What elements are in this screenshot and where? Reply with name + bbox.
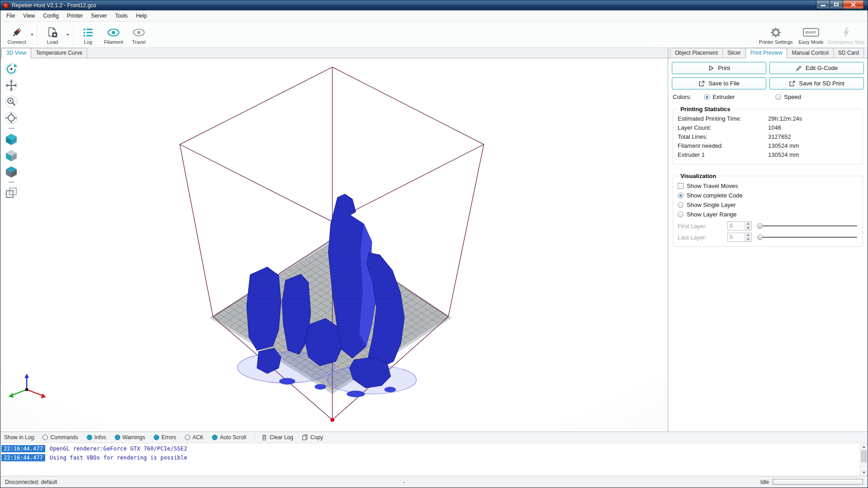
- print-button[interactable]: Print: [672, 62, 766, 74]
- parallel-projection-button[interactable]: [4, 186, 19, 200]
- visualization-title: Visualization: [679, 173, 718, 179]
- toolstrip-separator: [9, 182, 14, 183]
- first-layer-row: First Layer:: [678, 221, 858, 230]
- last-layer-input[interactable]: [728, 233, 745, 241]
- tab-temperature-curve[interactable]: Temperature Curve: [31, 48, 87, 58]
- warnings-toggle-icon: [115, 435, 120, 440]
- load-button[interactable]: Load: [40, 25, 65, 45]
- speed-radio[interactable]: [775, 94, 781, 100]
- ack-label: ACK: [193, 434, 204, 441]
- colors-row: Colors: Extruder Speed: [673, 94, 863, 100]
- toggle-filament-button[interactable]: Filament: [101, 25, 126, 45]
- log-filter-warnings[interactable]: Warnings: [115, 434, 145, 441]
- top-view-button[interactable]: [4, 164, 19, 179]
- first-layer-input[interactable]: [728, 222, 745, 230]
- front-view-button[interactable]: [4, 148, 19, 163]
- log-filter-errors[interactable]: Errors: [154, 434, 176, 441]
- printing-statistics-group: Printing Statistics Estimated Printing T…: [673, 106, 863, 164]
- extruder-radio[interactable]: [704, 94, 710, 100]
- show-complete-code-option[interactable]: Show complete Code: [678, 191, 858, 200]
- view-tabstrip: 3D View Temperature Curve: [0, 48, 668, 58]
- complete-code-radio[interactable]: [678, 192, 684, 198]
- save-for-sd-button[interactable]: Save for SD Print: [769, 77, 864, 89]
- printer-settings-button[interactable]: Printer Settings: [758, 25, 793, 45]
- log-scrollbar[interactable]: [860, 443, 868, 476]
- isometric-view-button[interactable]: [4, 132, 19, 146]
- tab-3d-view[interactable]: 3D View: [1, 48, 31, 58]
- spin-up-button[interactable]: [745, 233, 751, 237]
- clear-log-button[interactable]: Clear Log: [261, 434, 293, 441]
- move-object-button[interactable]: [4, 78, 19, 93]
- scroll-down-button[interactable]: [860, 469, 868, 476]
- minimize-button[interactable]: [816, 0, 830, 9]
- tab-sd-card[interactable]: SD Card: [833, 48, 864, 58]
- tab-object-placement[interactable]: Object Placement: [670, 48, 723, 58]
- close-icon: [851, 3, 856, 7]
- last-layer-label: Last Layer:: [678, 234, 727, 241]
- show-layer-range-option[interactable]: Show Layer Range: [678, 210, 858, 219]
- colors-extruder-option[interactable]: Extruder: [704, 94, 735, 100]
- main-content: 3D View Temperature Curve: [0, 48, 868, 432]
- toggle-log-button[interactable]: Log: [75, 25, 101, 45]
- printer-settings-label: Printer Settings: [759, 39, 793, 45]
- edit-gcode-button[interactable]: Edit G-Code: [769, 62, 864, 74]
- close-button[interactable]: [843, 0, 864, 9]
- status-center-text: -: [403, 479, 405, 485]
- maximize-button[interactable]: [830, 0, 843, 9]
- menu-help[interactable]: Help: [132, 11, 151, 21]
- speed-radio-label: Speed: [784, 94, 801, 100]
- scroll-up-button[interactable]: [860, 443, 868, 450]
- menu-file[interactable]: File: [2, 11, 19, 21]
- spin-down-icon: [747, 227, 750, 229]
- show-travel-moves-option[interactable]: Show Travel Moves: [678, 181, 858, 191]
- slider-thumb[interactable]: [757, 223, 763, 229]
- log-filter-infos[interactable]: Infos: [87, 434, 106, 441]
- top-cube-icon: [5, 165, 18, 178]
- load-dropdown[interactable]: [65, 22, 71, 47]
- log-toolbar-separator: [255, 434, 255, 441]
- menu-printer[interactable]: Printer: [63, 11, 87, 21]
- log-filter-ack[interactable]: ACK: [185, 434, 204, 441]
- menu-config[interactable]: Config: [39, 11, 63, 21]
- connect-dropdown[interactable]: [29, 22, 35, 47]
- slider-thumb[interactable]: [757, 235, 763, 240]
- layer-range-radio[interactable]: [678, 211, 684, 217]
- spin-up-button[interactable]: [745, 222, 751, 226]
- scroll-down-icon: [863, 472, 865, 474]
- save-to-file-button[interactable]: Save to File: [672, 77, 766, 89]
- first-layer-slider[interactable]: [757, 221, 857, 230]
- show-single-layer-option[interactable]: Show Single Layer: [678, 200, 858, 210]
- menu-tools[interactable]: Tools: [111, 11, 132, 21]
- spin-down-button[interactable]: [745, 237, 751, 242]
- colors-speed-option[interactable]: Speed: [775, 94, 801, 100]
- progress-bar: [773, 479, 863, 485]
- log-filter-commands[interactable]: Commands: [42, 434, 78, 441]
- 3d-viewport[interactable]: [0, 58, 668, 432]
- tab-manual-control[interactable]: Manual Control: [787, 48, 833, 58]
- tab-slicer[interactable]: Slicer: [722, 48, 746, 58]
- zoom-icon: [5, 95, 18, 108]
- menu-view[interactable]: View: [19, 11, 39, 21]
- move-viewpoint-button[interactable]: [4, 111, 19, 125]
- connect-button[interactable]: Connect: [4, 25, 29, 45]
- easy-mode-button[interactable]: EASY Easy Mode: [793, 25, 829, 45]
- rotate-view-button[interactable]: [4, 62, 19, 76]
- zoom-view-button[interactable]: [4, 94, 19, 109]
- scrollbar-track[interactable]: [860, 450, 868, 469]
- 3d-scene[interactable]: [0, 58, 668, 432]
- first-layer-spinner: [745, 222, 751, 230]
- toggle-travel-button[interactable]: Travel: [126, 25, 151, 45]
- log-filter-autoscroll[interactable]: Auto Scroll: [212, 434, 246, 441]
- tab-print-preview[interactable]: Print Preview: [745, 48, 788, 58]
- lightning-icon: [840, 26, 852, 39]
- menubar: File View Config Printer Server Tools He…: [0, 10, 868, 22]
- copy-log-button[interactable]: Copy: [302, 434, 323, 441]
- scrollbar-thumb[interactable]: [861, 450, 867, 462]
- single-layer-radio[interactable]: [678, 202, 684, 208]
- export-icon: [789, 80, 795, 87]
- last-layer-slider[interactable]: [757, 233, 857, 242]
- spin-down-button[interactable]: [745, 226, 751, 230]
- show-travel-checkbox[interactable]: [678, 183, 684, 189]
- print-label: Print: [718, 65, 730, 71]
- menu-server[interactable]: Server: [87, 11, 111, 21]
